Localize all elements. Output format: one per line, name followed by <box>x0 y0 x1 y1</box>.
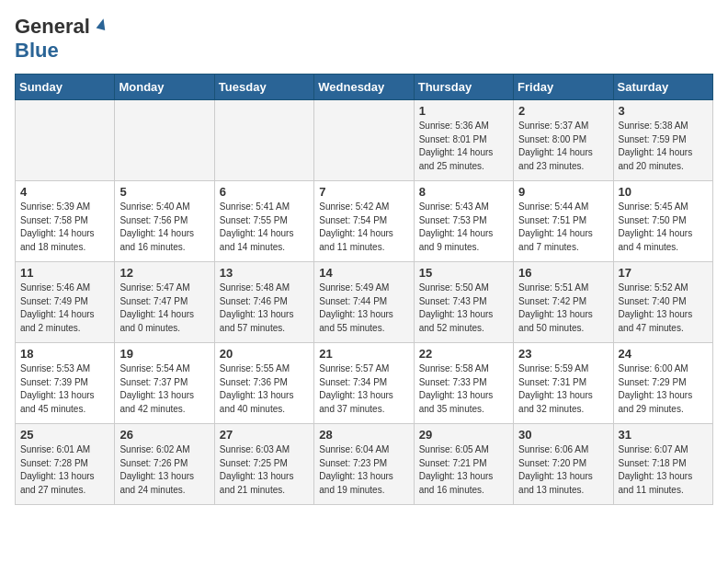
day-content: Sunrise: 5:45 AM Sunset: 7:50 PM Dayligh… <box>619 201 708 254</box>
day-cell: 1Sunrise: 5:36 AM Sunset: 8:01 PM Daylig… <box>414 100 513 181</box>
day-number: 12 <box>119 266 209 280</box>
day-content: Sunrise: 5:47 AM Sunset: 7:47 PM Dayligh… <box>119 282 209 335</box>
day-cell: 4Sunrise: 5:39 AM Sunset: 7:58 PM Daylig… <box>16 181 115 262</box>
day-content: Sunrise: 6:00 AM Sunset: 7:29 PM Dayligh… <box>619 362 708 416</box>
day-content: Sunrise: 5:53 AM Sunset: 7:39 PM Dayligh… <box>20 362 109 416</box>
day-number: 19 <box>119 347 209 361</box>
logo-blue-text: Blue <box>15 39 59 62</box>
day-content: Sunrise: 5:40 AM Sunset: 7:56 PM Dayligh… <box>119 201 209 254</box>
col-header-sunday: Sunday <box>16 75 115 100</box>
day-cell <box>16 100 115 181</box>
day-cell: 3Sunrise: 5:38 AM Sunset: 7:59 PM Daylig… <box>613 100 712 181</box>
day-content: Sunrise: 5:54 AM Sunset: 7:37 PM Dayligh… <box>119 362 209 416</box>
day-content: Sunrise: 5:41 AM Sunset: 7:55 PM Dayligh… <box>220 201 309 254</box>
day-cell: 14Sunrise: 5:49 AM Sunset: 7:44 PM Dayli… <box>314 262 414 343</box>
day-cell: 8Sunrise: 5:43 AM Sunset: 7:53 PM Daylig… <box>414 181 513 262</box>
day-content: Sunrise: 5:37 AM Sunset: 8:00 PM Dayligh… <box>518 120 608 173</box>
day-cell: 12Sunrise: 5:47 AM Sunset: 7:47 PM Dayli… <box>115 262 214 343</box>
day-cell: 29Sunrise: 6:05 AM Sunset: 7:21 PM Dayli… <box>414 424 513 505</box>
day-content: Sunrise: 6:07 AM Sunset: 7:18 PM Dayligh… <box>619 443 708 497</box>
day-content: Sunrise: 6:06 AM Sunset: 7:20 PM Dayligh… <box>518 443 608 497</box>
day-cell: 18Sunrise: 5:53 AM Sunset: 7:39 PM Dayli… <box>16 343 115 424</box>
day-cell: 21Sunrise: 5:57 AM Sunset: 7:34 PM Dayli… <box>314 343 414 424</box>
day-number: 15 <box>419 266 508 280</box>
day-cell: 24Sunrise: 6:00 AM Sunset: 7:29 PM Dayli… <box>613 343 712 424</box>
col-header-monday: Monday <box>115 75 214 100</box>
day-content: Sunrise: 5:50 AM Sunset: 7:43 PM Dayligh… <box>419 282 508 335</box>
day-content: Sunrise: 5:49 AM Sunset: 7:44 PM Dayligh… <box>319 282 408 335</box>
day-number: 14 <box>319 266 408 280</box>
day-number: 20 <box>220 347 309 361</box>
header-row: SundayMondayTuesdayWednesdayThursdayFrid… <box>16 75 713 100</box>
day-number: 18 <box>20 347 109 361</box>
day-content: Sunrise: 5:46 AM Sunset: 7:49 PM Dayligh… <box>20 282 109 335</box>
day-cell: 31Sunrise: 6:07 AM Sunset: 7:18 PM Dayli… <box>613 424 712 505</box>
col-header-wednesday: Wednesday <box>314 75 414 100</box>
svg-marker-0 <box>97 17 108 30</box>
logo-triangle-icon <box>92 13 112 37</box>
day-cell: 23Sunrise: 5:59 AM Sunset: 7:31 PM Dayli… <box>514 343 613 424</box>
day-cell: 9Sunrise: 5:44 AM Sunset: 7:51 PM Daylig… <box>514 181 613 262</box>
day-cell <box>115 100 214 181</box>
day-cell: 10Sunrise: 5:45 AM Sunset: 7:50 PM Dayli… <box>613 181 712 262</box>
day-number: 25 <box>20 428 109 442</box>
day-cell: 19Sunrise: 5:54 AM Sunset: 7:37 PM Dayli… <box>115 343 214 424</box>
day-cell <box>214 100 313 181</box>
day-cell: 5Sunrise: 5:40 AM Sunset: 7:56 PM Daylig… <box>115 181 214 262</box>
logo: General Blue <box>15 15 112 63</box>
day-number: 11 <box>20 266 109 280</box>
day-content: Sunrise: 6:04 AM Sunset: 7:23 PM Dayligh… <box>319 443 408 497</box>
day-cell: 26Sunrise: 6:02 AM Sunset: 7:26 PM Dayli… <box>115 424 214 505</box>
col-header-tuesday: Tuesday <box>214 75 313 100</box>
day-number: 16 <box>518 266 608 280</box>
day-number: 28 <box>319 428 408 442</box>
day-cell: 16Sunrise: 5:51 AM Sunset: 7:42 PM Dayli… <box>514 262 613 343</box>
day-content: Sunrise: 5:44 AM Sunset: 7:51 PM Dayligh… <box>518 201 608 254</box>
day-content: Sunrise: 5:51 AM Sunset: 7:42 PM Dayligh… <box>518 282 608 335</box>
day-cell: 28Sunrise: 6:04 AM Sunset: 7:23 PM Dayli… <box>314 424 414 505</box>
week-row-3: 11Sunrise: 5:46 AM Sunset: 7:49 PM Dayli… <box>16 262 713 343</box>
day-cell <box>314 100 414 181</box>
day-content: Sunrise: 5:52 AM Sunset: 7:40 PM Dayligh… <box>619 282 708 335</box>
day-cell: 17Sunrise: 5:52 AM Sunset: 7:40 PM Dayli… <box>613 262 712 343</box>
day-number: 29 <box>419 428 508 442</box>
day-number: 30 <box>518 428 608 442</box>
day-content: Sunrise: 5:38 AM Sunset: 7:59 PM Dayligh… <box>619 120 708 173</box>
col-header-saturday: Saturday <box>613 75 712 100</box>
calendar-table: SundayMondayTuesdayWednesdayThursdayFrid… <box>15 74 713 505</box>
day-number: 31 <box>619 428 708 442</box>
day-number: 17 <box>619 266 708 280</box>
day-cell: 25Sunrise: 6:01 AM Sunset: 7:28 PM Dayli… <box>16 424 115 505</box>
day-number: 13 <box>220 266 309 280</box>
logo-general-text: General <box>15 15 90 39</box>
day-number: 6 <box>220 185 309 199</box>
day-content: Sunrise: 6:02 AM Sunset: 7:26 PM Dayligh… <box>119 443 209 497</box>
day-cell: 15Sunrise: 5:50 AM Sunset: 7:43 PM Dayli… <box>414 262 513 343</box>
day-cell: 27Sunrise: 6:03 AM Sunset: 7:25 PM Dayli… <box>214 424 313 505</box>
day-number: 5 <box>119 185 209 199</box>
day-number: 26 <box>119 428 209 442</box>
day-number: 3 <box>619 104 708 118</box>
day-content: Sunrise: 5:55 AM Sunset: 7:36 PM Dayligh… <box>220 362 309 416</box>
col-header-friday: Friday <box>514 75 613 100</box>
day-number: 10 <box>619 185 708 199</box>
day-number: 27 <box>220 428 309 442</box>
day-cell: 20Sunrise: 5:55 AM Sunset: 7:36 PM Dayli… <box>214 343 313 424</box>
day-content: Sunrise: 5:57 AM Sunset: 7:34 PM Dayligh… <box>319 362 408 416</box>
week-row-5: 25Sunrise: 6:01 AM Sunset: 7:28 PM Dayli… <box>16 424 713 505</box>
day-number: 4 <box>20 185 109 199</box>
day-cell: 2Sunrise: 5:37 AM Sunset: 8:00 PM Daylig… <box>514 100 613 181</box>
day-content: Sunrise: 5:48 AM Sunset: 7:46 PM Dayligh… <box>220 282 309 335</box>
day-content: Sunrise: 5:39 AM Sunset: 7:58 PM Dayligh… <box>20 201 109 254</box>
day-cell: 6Sunrise: 5:41 AM Sunset: 7:55 PM Daylig… <box>214 181 313 262</box>
day-number: 24 <box>619 347 708 361</box>
day-number: 21 <box>319 347 408 361</box>
day-cell: 11Sunrise: 5:46 AM Sunset: 7:49 PM Dayli… <box>16 262 115 343</box>
day-content: Sunrise: 6:01 AM Sunset: 7:28 PM Dayligh… <box>20 443 109 497</box>
page-header: General Blue <box>15 15 713 63</box>
day-number: 2 <box>518 104 608 118</box>
day-content: Sunrise: 5:36 AM Sunset: 8:01 PM Dayligh… <box>419 120 508 173</box>
day-number: 22 <box>419 347 508 361</box>
day-cell: 22Sunrise: 5:58 AM Sunset: 7:33 PM Dayli… <box>414 343 513 424</box>
day-content: Sunrise: 5:43 AM Sunset: 7:53 PM Dayligh… <box>419 201 508 254</box>
